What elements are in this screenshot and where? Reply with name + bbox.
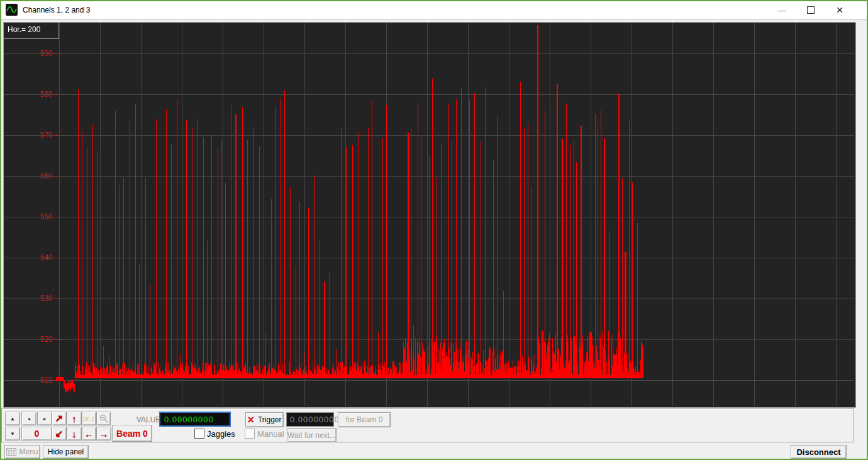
app-icon (6, 4, 18, 16)
for-beam-0-button[interactable]: for Beam 0 (338, 412, 391, 427)
close-button[interactable]: × (825, 1, 854, 19)
arrow-right-icon: → (99, 429, 109, 439)
nudge-left-button[interactable]: ◂ (21, 412, 36, 425)
value-field[interactable]: 0.00000000 (159, 412, 231, 427)
hand-pointer-icon: ☞ (82, 414, 90, 424)
y-axis-tick-label: 590 (5, 49, 53, 58)
pan-up-right-button[interactable]: ↗ (52, 412, 67, 425)
y-axis-tick-label: 520 (5, 335, 53, 344)
menu-button-label: Menu (19, 447, 38, 456)
triangle-right-icon: ▸ (43, 416, 46, 422)
bottom-bar: Menu Hide panel Disconnect (1, 444, 867, 460)
app-window: { "window": { "title": "Channels 1, 2 an… (0, 0, 868, 460)
client-area: Hor.= 200 590580570560550540530520510 ▲ … (1, 21, 867, 459)
maximize-button[interactable] (796, 1, 825, 19)
beam-0-button[interactable]: Beam 0 (112, 425, 152, 442)
y-axis-tick-label: 530 (5, 294, 53, 303)
magnifier-icon (99, 414, 108, 423)
manual-label: Manual (257, 429, 284, 439)
manual-checkbox[interactable]: Manual (245, 429, 284, 439)
nudge-up-button[interactable]: ▲ (5, 412, 20, 425)
y-axis-tick-label: 510 (5, 376, 53, 385)
arrow-up-icon: ↑ (72, 413, 77, 424)
pan-down-button[interactable]: ↓ (67, 427, 82, 441)
arrow-up-right-icon: ↗ (55, 413, 64, 424)
jaggies-checkbox-box[interactable] (194, 429, 204, 439)
zoom-out-button[interactable] (96, 412, 111, 425)
pan-right-button[interactable]: → (96, 427, 111, 441)
menu-button[interactable]: Menu (4, 445, 40, 459)
hide-panel-button[interactable]: Hide panel (43, 445, 89, 459)
triangle-down-icon: ▼ (10, 431, 15, 437)
y-axis-tick-label: 550 (5, 212, 53, 221)
trigger-button-label: Trigger (258, 415, 282, 424)
arrow-left-icon: ← (84, 429, 94, 439)
y-axis-tick-label: 570 (5, 131, 53, 140)
y-axis-tick-label: 540 (5, 253, 53, 262)
triangle-left-icon: ◂ (28, 416, 30, 422)
pan-left-button[interactable]: ← (82, 427, 96, 441)
jaggies-label: Jaggies (207, 429, 235, 439)
title-bar: Channels 1, 2 and 3 — × (1, 1, 867, 19)
disconnect-button[interactable]: Disconnect (791, 445, 847, 459)
triangle-up-icon: ▲ (10, 416, 15, 422)
dots-icon: ⋮ (91, 416, 96, 422)
nudge-down-button[interactable]: ▼ (5, 427, 20, 441)
minimize-button[interactable]: — (767, 1, 796, 19)
control-panel: ▲ ▼ ◂ ▸ 0 ↗ ↑ ☞⋮ ↙ ↓ ← → Beam 0 VALUE: 0… (1, 408, 854, 442)
horizontal-scale-label: Hor.= 200 (4, 23, 59, 39)
pan-up-button[interactable]: ↑ (67, 412, 82, 425)
jaggies-checkbox[interactable]: Jaggies (194, 429, 235, 439)
y-axis-tick-label: 560 (5, 172, 53, 180)
arrow-down-left-icon: ↙ (55, 428, 64, 439)
zero-button[interactable]: 0 (21, 427, 52, 441)
scope-plot[interactable]: Hor.= 200 590580570560550540530520510 (3, 22, 856, 408)
window-title: Channels 1, 2 and 3 (23, 6, 90, 14)
manual-checkbox-box[interactable] (245, 429, 255, 439)
menu-icon (6, 448, 16, 456)
pointer-mode-button[interactable]: ☞⋮ (82, 412, 96, 425)
maximize-icon (807, 6, 815, 14)
nudge-right-button[interactable]: ▸ (37, 412, 52, 425)
pan-down-left-button[interactable]: ↙ (52, 427, 67, 441)
trigger-button[interactable]: × Trigger (245, 412, 284, 427)
wait-for-next-button[interactable]: Wait for next... (287, 428, 337, 442)
waveform-canvas[interactable] (4, 23, 854, 406)
trigger-x-icon: × (247, 417, 254, 423)
arrow-down-icon: ↓ (72, 429, 77, 439)
y-axis-tick-label: 580 (5, 90, 53, 99)
trigger-value-field[interactable]: 0.0000000000 (286, 412, 334, 427)
